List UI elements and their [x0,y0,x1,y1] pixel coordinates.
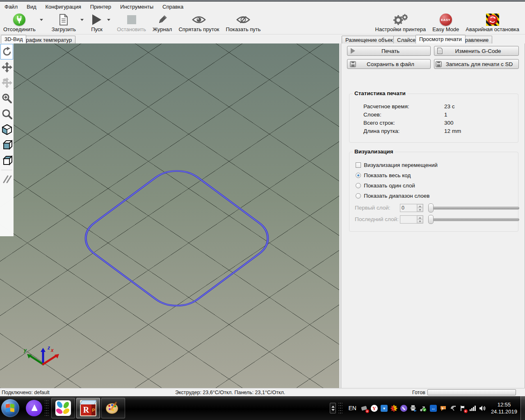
show-travel-button[interactable]: Показать путь [222,11,264,33]
tray-separator [338,401,342,415]
stat-label: Длина прутка: [363,128,399,134]
front-view-button[interactable] [0,137,13,153]
document-icon [434,48,445,54]
show-hidden-icons-button[interactable] [330,403,336,413]
repetier-host-icon: RP [80,400,96,416]
start-dropdown[interactable] [106,13,111,27]
save-to-file-button[interactable]: Сохранить в файл [347,59,431,69]
taskbar-repetier-host-app[interactable]: RP [76,398,100,418]
volume-icon[interactable] [479,404,486,412]
photos-app-icon [55,400,71,416]
move-viewpoint-button [0,75,13,91]
axis-gizmo: z y x [23,345,59,364]
teamviewer-icon[interactable]: ↔ [429,404,437,412]
printer-settings-button[interactable]: Настройки принтера [372,11,429,33]
mail-agent-icon[interactable]: ▾ [380,404,388,412]
tab-object-placement[interactable]: Размещение объекта [342,36,402,43]
tab-print-preview[interactable]: Просмотр печати [415,35,466,43]
yandex-browser-icon[interactable]: Y [370,404,378,412]
fit-view-button[interactable] [0,106,13,122]
slider-thumb[interactable] [428,203,434,212]
svg-text:y: y [23,347,27,353]
menu-help[interactable]: Справка [158,2,188,11]
viber-icon[interactable] [400,404,408,412]
move-object-button[interactable] [0,59,13,75]
show-moves-checkbox[interactable] [356,162,361,168]
print-preview-panel: Печать Изменить G-Code Сохранить в файл … [341,43,525,388]
print-button[interactable]: Печать [347,46,431,56]
gears-icon [392,13,409,26]
play-icon [92,13,101,26]
fit-view-icon [2,109,12,119]
menu-bar: Файл Вид Конфигурация Принтер Инструмент… [0,2,525,11]
stat-value: 23 с [444,103,455,110]
progress-bar [427,389,516,395]
menu-printer[interactable]: Принтер [86,2,116,11]
taskbar-photos-app[interactable] [51,398,75,418]
stat-label: Слоев: [363,112,381,118]
menu-file[interactable]: Файл [0,2,22,11]
isometric-view-icon [2,124,12,135]
isometric-view-button[interactable] [0,122,13,137]
radar-dish-icon[interactable] [449,404,457,412]
parallel-projection-button[interactable] [0,171,13,187]
spin-down[interactable] [417,208,423,212]
tablet-device-icon[interactable]: × [361,404,368,412]
language-indicator[interactable]: EN [348,405,356,411]
menu-view[interactable]: Вид [22,2,41,11]
3d-viewport[interactable]: z y x [0,43,339,388]
chat-messenger-icon[interactable] [439,404,447,412]
disconnect-button[interactable]: Отсоединить [0,11,39,33]
show-full-code-radio[interactable] [356,173,361,178]
usb-safely-remove-icon[interactable] [420,404,427,412]
start-button[interactable]: Пуск [88,11,106,33]
stat-value: 1 [444,112,447,118]
easy-mode-icon: EASY [440,14,452,26]
document-icon [58,13,69,26]
top-view-button[interactable] [0,153,13,169]
printer-queue-icon[interactable] [410,404,418,412]
easy-mode-button[interactable]: EASY Easy Mode [429,11,462,33]
hide-filament-button[interactable]: Спрятать пруток [175,11,222,33]
emergency-stop-button[interactable]: Аварийная остановка [462,11,523,33]
start-button[interactable] [1,399,19,417]
stop-icon [127,13,136,26]
slider-thumb[interactable] [428,215,434,224]
menu-config[interactable]: Конфигурация [41,2,86,11]
action-center-flag-icon[interactable]: × [459,404,467,412]
taskbar-paint-app[interactable] [101,398,125,418]
spin-up[interactable] [417,204,423,208]
windows-logo-icon [6,404,15,412]
edit-gcode-button[interactable]: Изменить G-Code [434,46,519,56]
menu-tools[interactable]: Инструменты [116,2,158,11]
taskbar-clock[interactable]: 12:55 24.11.2019 [491,401,517,415]
show-layer-range-radio[interactable] [356,193,361,199]
last-layer-spinner[interactable] [400,215,423,224]
save-for-sd-button[interactable]: Записать для печати с SD [434,59,519,69]
stat-label: Расчетное время: [363,103,409,110]
load-dropdown[interactable] [79,13,84,27]
load-button[interactable]: Загрузить [48,11,79,33]
eye-icon [192,13,206,26]
tab-temp-graph[interactable]: График температур [20,36,75,43]
move-icon [2,62,12,73]
plug-icon [13,14,25,26]
network-signal-icon[interactable] [469,404,477,412]
spin-down[interactable] [417,219,423,223]
first-layer-slider[interactable] [428,203,519,212]
show-desktop-button[interactable] [520,396,525,420]
pinwheel-antivirus-icon[interactable] [390,404,398,412]
show-single-layer-radio[interactable] [356,183,361,188]
zoom-in-button[interactable] [0,91,13,106]
disconnect-dropdown[interactable] [39,13,44,27]
spin-up[interactable] [417,216,423,219]
first-layer-spinner[interactable]: 0 [400,204,423,212]
clock-date: 24.11.2019 [491,408,517,415]
rotate-view-button[interactable] [0,44,13,59]
voice-assistant-button[interactable] [26,400,42,416]
last-layer-slider[interactable] [428,215,519,224]
tab-3d-view[interactable]: 3D-Вид [1,35,26,43]
log-button[interactable]: Журнал [149,11,175,33]
stat-value: 300 [444,120,454,126]
parallel-projection-icon [2,174,12,184]
